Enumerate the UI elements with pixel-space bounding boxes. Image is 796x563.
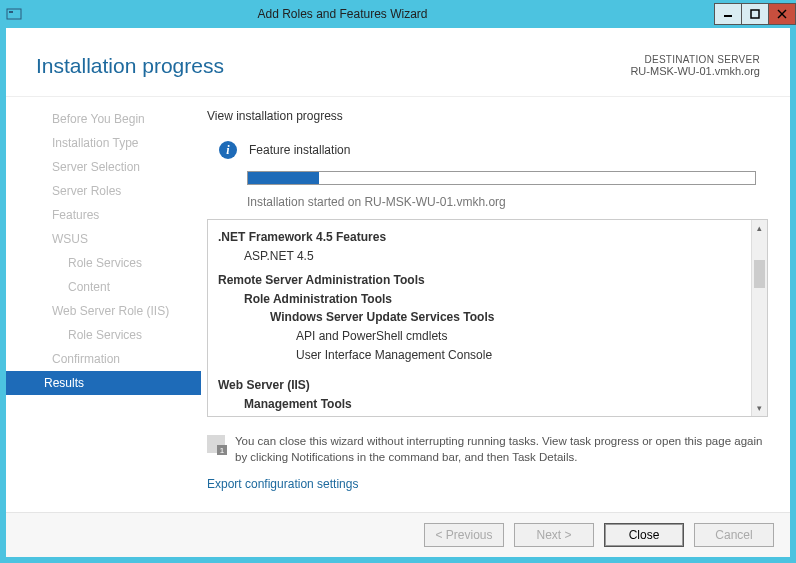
svg-rect-1 <box>9 11 13 13</box>
sidebar-item-content: Content <box>6 275 201 299</box>
feature-item: Management Tools <box>218 395 741 414</box>
feature-item: Web Server (IIS) <box>218 376 741 395</box>
status-row: i Feature installation <box>207 141 768 159</box>
close-wizard-button[interactable]: Close <box>604 523 684 547</box>
sidebar-item-wsus: WSUS <box>6 227 201 251</box>
feature-item: Remote Server Administration Tools <box>218 271 741 290</box>
app-icon <box>6 6 22 22</box>
footer: < Previous Next > Close Cancel <box>6 512 790 557</box>
features-list: .NET Framework 4.5 Features ASP.NET 4.5 … <box>207 219 768 417</box>
minimize-button[interactable] <box>714 3 742 25</box>
progress-fill <box>248 172 319 184</box>
destination-info: DESTINATION SERVER RU-MSK-WU-01.vmkh.org <box>630 54 760 77</box>
window-title: Add Roles and Features Wizard <box>30 7 715 21</box>
scroll-up-icon[interactable]: ▴ <box>752 220 767 236</box>
body: Before You Begin Installation Type Serve… <box>6 96 790 512</box>
sidebar-item-role-services-2: Role Services <box>6 323 201 347</box>
progress-bar <box>247 171 756 185</box>
sidebar-item-before-you-begin: Before You Begin <box>6 107 201 131</box>
next-button: Next > <box>514 523 594 547</box>
svg-rect-3 <box>751 10 759 18</box>
sidebar-item-installation-type: Installation Type <box>6 131 201 155</box>
sidebar-item-results[interactable]: Results <box>6 371 201 395</box>
sidebar-item-features: Features <box>6 203 201 227</box>
feature-item: .NET Framework 4.5 Features <box>218 228 741 247</box>
previous-button: < Previous <box>424 523 504 547</box>
close-button[interactable] <box>768 3 796 25</box>
view-label: View installation progress <box>207 109 768 123</box>
scrollbar[interactable]: ▴ ▾ <box>751 220 767 416</box>
feature-item: Windows Server Update Services Tools <box>218 308 741 327</box>
main-panel: View installation progress i Feature ins… <box>201 97 790 512</box>
feature-item: Role Administration Tools <box>218 290 741 309</box>
sidebar-item-web-server-role: Web Server Role (IIS) <box>6 299 201 323</box>
titlebar-controls <box>715 3 796 25</box>
sidebar-item-confirmation: Confirmation <box>6 347 201 371</box>
scroll-thumb[interactable] <box>754 260 765 288</box>
status-text: Feature installation <box>249 143 350 157</box>
header: Installation progress DESTINATION SERVER… <box>6 28 790 96</box>
info-icon: i <box>219 141 237 159</box>
feature-item: ASP.NET 4.5 <box>218 247 741 266</box>
features-content: .NET Framework 4.5 Features ASP.NET 4.5 … <box>208 220 751 416</box>
feature-item: API and PowerShell cmdlets <box>218 327 741 346</box>
page-title: Installation progress <box>36 54 224 78</box>
feature-item: IIS 6 Management Compatibility <box>218 413 741 416</box>
client-area: Installation progress DESTINATION SERVER… <box>6 28 790 557</box>
sidebar: Before You Begin Installation Type Serve… <box>6 97 201 512</box>
flag-icon: 1 <box>207 435 225 453</box>
sidebar-item-server-roles: Server Roles <box>6 179 201 203</box>
export-config-link[interactable]: Export configuration settings <box>207 477 768 491</box>
maximize-button[interactable] <box>741 3 769 25</box>
destination-label: DESTINATION SERVER <box>630 54 760 65</box>
sub-status: Installation started on RU-MSK-WU-01.vmk… <box>247 195 768 209</box>
sidebar-item-server-selection: Server Selection <box>6 155 201 179</box>
sidebar-item-role-services: Role Services <box>6 251 201 275</box>
note-text: You can close this wizard without interr… <box>235 433 768 465</box>
cancel-button: Cancel <box>694 523 774 547</box>
scroll-down-icon[interactable]: ▾ <box>752 400 767 416</box>
svg-rect-0 <box>7 9 21 19</box>
titlebar[interactable]: Add Roles and Features Wizard <box>0 0 796 28</box>
wizard-window: Add Roles and Features Wizard Installati… <box>0 0 796 563</box>
flag-badge: 1 <box>217 445 227 455</box>
destination-server: RU-MSK-WU-01.vmkh.org <box>630 65 760 77</box>
feature-item: User Interface Management Console <box>218 346 741 365</box>
note-row: 1 You can close this wizard without inte… <box>207 433 768 465</box>
